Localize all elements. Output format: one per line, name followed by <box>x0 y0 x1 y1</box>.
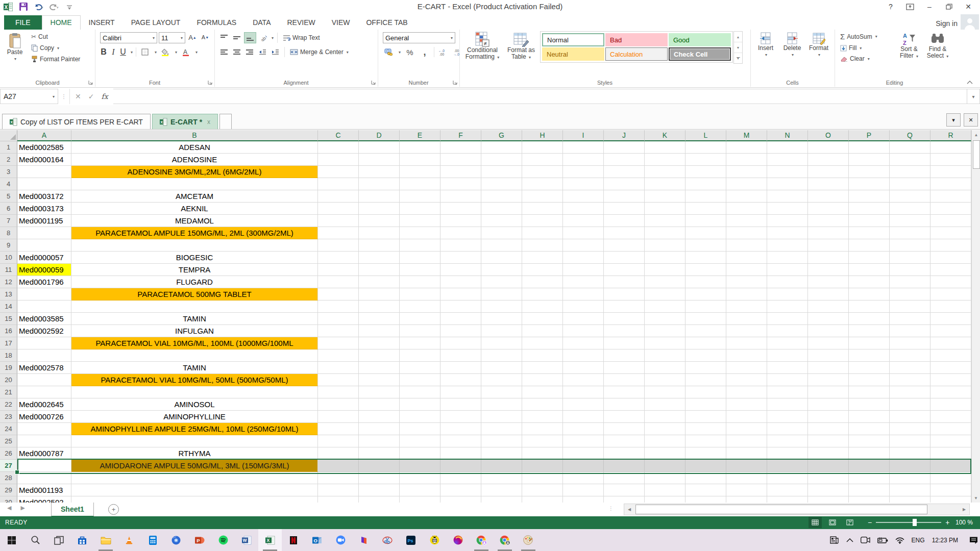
cell-F17[interactable] <box>440 337 481 349</box>
cell-R3[interactable] <box>930 166 971 178</box>
cell-N24[interactable] <box>767 423 808 435</box>
cut-button[interactable]: ✂Cut <box>30 33 82 41</box>
cell-G13[interactable] <box>481 288 522 300</box>
row-header-22[interactable]: 22 <box>0 398 17 411</box>
cell-H18[interactable] <box>522 349 563 362</box>
cell-M28[interactable] <box>726 472 767 484</box>
cell-N6[interactable] <box>767 203 808 215</box>
align-center-button[interactable] <box>231 47 242 57</box>
cell-B13[interactable]: PARACETAMOL 500MG TABLET <box>71 288 318 300</box>
cell-I18[interactable] <box>563 349 604 362</box>
scroll-left-arrow[interactable]: ◀ <box>624 507 634 512</box>
row-header-2[interactable]: 2 <box>0 154 17 166</box>
cell-I12[interactable] <box>563 276 604 288</box>
confirm-entry-icon[interactable]: ✓ <box>88 92 94 101</box>
cell-M23[interactable] <box>726 411 767 423</box>
sheet-tab-sheet1[interactable]: Sheet1 <box>51 503 94 517</box>
cell-E24[interactable] <box>400 423 440 435</box>
column-header-h[interactable]: H <box>522 130 563 141</box>
vertical-scrollbar[interactable]: ▲ ▼ <box>971 130 980 503</box>
column-header-c[interactable]: C <box>318 130 359 141</box>
cell-K20[interactable] <box>645 374 685 386</box>
workbook-tab-e-cart[interactable]: XE-CART *x <box>152 114 218 129</box>
taskbar-movie-app-icon[interactable] <box>352 529 376 551</box>
borders-button[interactable] <box>139 47 151 57</box>
cell-C24[interactable] <box>318 423 359 435</box>
cell-E12[interactable] <box>400 276 440 288</box>
cell-G16[interactable] <box>481 325 522 337</box>
cell-L13[interactable] <box>685 288 726 300</box>
orientation-button[interactable]: ab <box>258 33 269 43</box>
cell-K22[interactable] <box>645 398 685 411</box>
cell-K8[interactable] <box>645 227 685 239</box>
cell-D5[interactable] <box>359 190 400 203</box>
cell-D15[interactable] <box>359 313 400 325</box>
cell-P26[interactable] <box>849 447 890 460</box>
cell-K19[interactable] <box>645 362 685 374</box>
cell-M10[interactable] <box>726 252 767 264</box>
cell-R4[interactable] <box>930 178 971 190</box>
cell-G5[interactable] <box>481 190 522 203</box>
workbook-tab-close-icon[interactable]: x <box>207 118 210 126</box>
cell-P20[interactable] <box>849 374 890 386</box>
column-header-g[interactable]: G <box>481 130 522 141</box>
fill-handle[interactable] <box>15 470 19 474</box>
cell-Q11[interactable] <box>890 264 930 276</box>
align-left-button[interactable] <box>218 47 230 57</box>
cell-G8[interactable] <box>481 227 522 239</box>
cell-O26[interactable] <box>808 447 849 460</box>
cell-M8[interactable] <box>726 227 767 239</box>
cell-L23[interactable] <box>685 411 726 423</box>
cell-F23[interactable] <box>440 411 481 423</box>
cell-E14[interactable] <box>400 300 440 313</box>
ribbon-tab-home[interactable]: HOME <box>42 15 81 30</box>
ribbon-tab-view[interactable]: VIEW <box>324 16 358 30</box>
decrease-indent-button[interactable] <box>257 47 268 57</box>
cell-G11[interactable] <box>481 264 522 276</box>
ribbon-tab-page-layout[interactable]: PAGE LAYOUT <box>123 16 189 30</box>
column-header-k[interactable]: K <box>645 130 685 141</box>
row-header-17[interactable]: 17 <box>0 337 17 349</box>
cell-M19[interactable] <box>726 362 767 374</box>
cell-Q27[interactable] <box>890 460 930 472</box>
cell-I7[interactable] <box>563 215 604 227</box>
cell-G24[interactable] <box>481 423 522 435</box>
cell-B23[interactable]: AMINOPHYLLINE <box>71 411 318 423</box>
accounting-format-button[interactable] <box>383 47 394 57</box>
cell-J21[interactable] <box>604 386 645 398</box>
cell-Q5[interactable] <box>890 190 930 203</box>
cell-F4[interactable] <box>440 178 481 190</box>
cell-A8[interactable] <box>17 227 71 239</box>
cell-J3[interactable] <box>604 166 645 178</box>
cell-A26[interactable]: Med0000787 <box>17 447 71 460</box>
cell-B4[interactable] <box>71 178 318 190</box>
cell-P18[interactable] <box>849 349 890 362</box>
cell-N28[interactable] <box>767 472 808 484</box>
cell-D3[interactable] <box>359 166 400 178</box>
cell-G26[interactable] <box>481 447 522 460</box>
gallery-down-button[interactable]: ▼ <box>734 42 742 53</box>
cell-F19[interactable] <box>440 362 481 374</box>
ribbon-tab-file[interactable]: FILE <box>4 15 42 30</box>
cell-E4[interactable] <box>400 178 440 190</box>
cell-D2[interactable] <box>359 154 400 166</box>
cell-G15[interactable] <box>481 313 522 325</box>
cell-B20[interactable]: PARACETAMOL VIAL 10MG/ML, 50ML (500MG/50… <box>71 374 318 386</box>
cell-R9[interactable] <box>930 239 971 252</box>
cell-N27[interactable] <box>767 460 808 472</box>
cell-E21[interactable] <box>400 386 440 398</box>
cell-F21[interactable] <box>440 386 481 398</box>
cell-R29[interactable] <box>930 484 971 496</box>
cell-R5[interactable] <box>930 190 971 203</box>
cell-O30[interactable] <box>808 496 849 503</box>
workbook-tab-menu-button[interactable]: ▾ <box>946 113 961 127</box>
cell-A2[interactable]: Med0000164 <box>17 154 71 166</box>
cell-L2[interactable] <box>685 154 726 166</box>
cell-L12[interactable] <box>685 276 726 288</box>
cell-style-check-cell[interactable]: Check Cell <box>669 47 731 61</box>
row-header-25[interactable]: 25 <box>0 435 17 447</box>
cell-D8[interactable] <box>359 227 400 239</box>
cell-G1[interactable] <box>481 141 522 154</box>
cell-C22[interactable] <box>318 398 359 411</box>
cell-M5[interactable] <box>726 190 767 203</box>
